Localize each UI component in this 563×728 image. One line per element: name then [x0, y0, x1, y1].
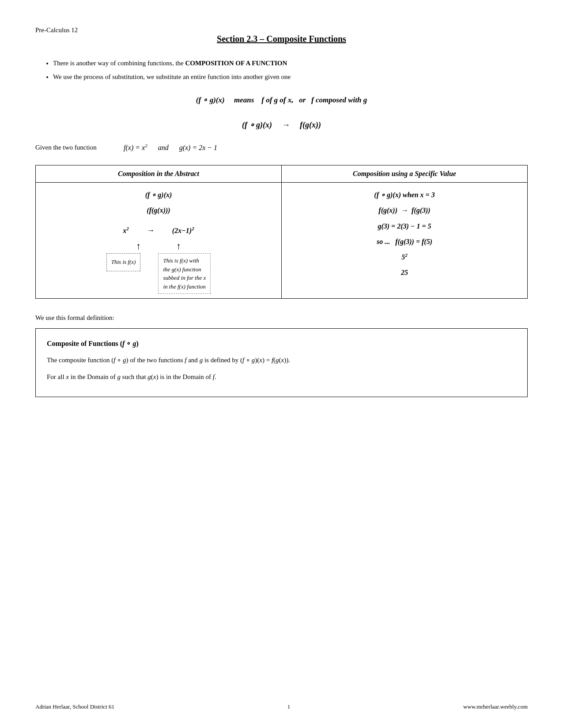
specific-row-6: 25	[291, 265, 518, 280]
arrow-up-left: ↑	[136, 241, 141, 251]
col2-header: Composition using a Specific Value	[282, 165, 528, 183]
formula-arrow-text: (f ∘ g)(x) → f(g(x))	[242, 120, 321, 129]
annotation-right-box: This is f(x) with the g(x) function subb…	[158, 253, 211, 294]
specific-row-4: so ... f(g(3)) = f(5)	[291, 234, 518, 249]
specific-row-1: (f ∘ g)(x) when x = 3	[291, 187, 518, 203]
definition-box: Composite of Functions (f ∘ g) The compo…	[35, 328, 528, 397]
abstract-row-1: (f ∘ g)(x)	[45, 187, 272, 203]
footer-right: www.mrherlaar.weebly.com	[463, 703, 528, 710]
section-title: Section 2.3 – Composite Functions	[35, 34, 528, 44]
definition-title-bold: Composite of Functions	[47, 340, 118, 347]
definition-body-2: For all x in the Domain of g such that g…	[47, 372, 516, 383]
col1-header: Composition in the Abstract	[36, 165, 282, 183]
formula-meaning: (f ∘ g)(x) means f of g of x, or f compo…	[35, 94, 528, 107]
page-footer: Adrian Herlaar, School District 61 1 www…	[35, 703, 528, 710]
annotation-left: This is f(x)	[106, 253, 141, 271]
arrow-symbol: →	[147, 222, 155, 240]
annotation-left-box: This is f(x)	[106, 253, 141, 271]
formula-arrow: (f ∘ g)(x) → f(g(x))	[35, 120, 528, 130]
page-number: 1	[114, 703, 463, 710]
footer-left: Adrian Herlaar, School District 61	[35, 703, 114, 710]
specific-content-cell: (f ∘ g)(x) when x = 3 f(g(x)) → f(g(3)) …	[282, 183, 528, 299]
page-header: Pre-Calculus 12	[35, 26, 528, 34]
up-arrows-row: ↑ ↑	[45, 241, 272, 251]
composition-table: Composition in the Abstract Composition …	[35, 165, 528, 299]
x-squared: x2	[123, 223, 129, 238]
annotation-area: This is f(x) This is f(x) with the g(x) …	[45, 253, 272, 294]
abstract-content-cell: (f ∘ g)(x) (f(g(x))) x2 → (2x−1)2	[36, 183, 282, 299]
header-label: Pre-Calculus 12	[35, 26, 78, 34]
formula-meaning-text: (f ∘ g)(x) means f of g of x, or f compo…	[196, 96, 367, 104]
bullet-2-text: We use the process of substitution, we s…	[53, 73, 291, 80]
annotation-right: This is f(x) with the g(x) function subb…	[158, 253, 211, 294]
specific-row-3: g(3) = 2(3) − 1 = 5	[291, 218, 518, 234]
arrow-row: x2 → (2x−1)2	[45, 222, 272, 240]
definition-title: Composite of Functions (f ∘ g)	[47, 338, 516, 349]
abstract-content: (f ∘ g)(x) (f(g(x))) x2 → (2x−1)2	[45, 187, 272, 294]
bullet-list: There is another way of combining functi…	[53, 57, 528, 83]
bullet-1-text: There is another way of combining functi…	[53, 60, 287, 67]
composed-expr: (2x−1)2	[172, 223, 194, 238]
abstract-row-3: x2 → (2x−1)2 ↑ ↑	[45, 222, 272, 294]
given-label: Given the two function	[35, 144, 124, 151]
definition-body-1: The composite function (f ∘ g) of the tw…	[47, 355, 516, 366]
specific-row-5: 52	[291, 249, 518, 265]
bullet-item-1: There is another way of combining functi…	[53, 57, 528, 69]
abstract-row-2: (f(g(x)))	[45, 203, 272, 218]
specific-content: (f ∘ g)(x) when x = 3 f(g(x)) → f(g(3)) …	[291, 187, 518, 280]
arrow-up-right: ↑	[176, 241, 181, 251]
bullet-item-2: We use the process of substitution, we s…	[53, 71, 528, 83]
definition-title-formula: (f ∘ g)	[120, 340, 139, 347]
given-formulas: f(x) = x2 and g(x) = 2x − 1	[124, 143, 217, 152]
specific-row-2: f(g(x)) → f(g(3))	[291, 203, 518, 218]
given-functions: Given the two function f(x) = x2 and g(x…	[35, 143, 528, 152]
bullet-1-bold: COMPOSITION OF A FUNCTION	[185, 60, 287, 67]
formal-def-label: We use this formal definition:	[35, 314, 528, 322]
